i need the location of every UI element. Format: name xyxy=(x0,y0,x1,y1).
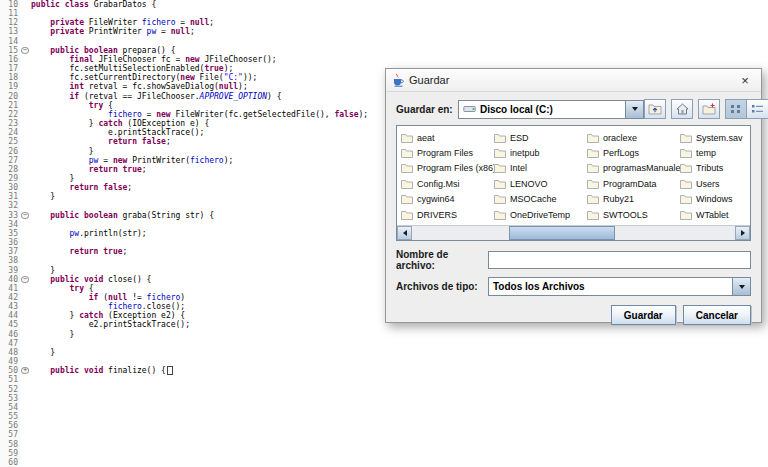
code-token: ); xyxy=(238,82,248,91)
cancel-button[interactable]: Cancelar xyxy=(683,305,751,325)
file-item[interactable]: Config.Msi xyxy=(401,176,494,191)
file-name-label: Nombre de archivo: xyxy=(396,249,488,271)
home-icon xyxy=(676,103,689,115)
file-item[interactable]: PerfLogs xyxy=(587,145,680,160)
look-in-combo[interactable]: Disco local (C:) xyxy=(458,100,644,119)
code-token: false xyxy=(142,137,166,146)
line-number: 20 xyxy=(0,92,20,101)
list-view-button[interactable] xyxy=(725,99,747,119)
code-token xyxy=(31,110,108,119)
code-token: return xyxy=(70,183,99,192)
file-item[interactable]: programasManuales xyxy=(587,161,680,176)
code-line-56[interactable]: 56 xyxy=(0,421,768,430)
file-item[interactable]: temp xyxy=(680,145,751,160)
code-line-50[interactable]: 50+ public void finalize() { xyxy=(0,366,768,375)
file-item[interactable]: Tributs xyxy=(680,161,751,176)
file-item[interactable]: OneDriveTemp xyxy=(494,207,587,222)
line-number: 28 xyxy=(0,165,20,174)
code-token: = xyxy=(142,110,156,119)
code-line-14[interactable]: 14 xyxy=(0,37,768,46)
file-item[interactable]: LENOVO xyxy=(494,176,587,191)
line-number: 22 xyxy=(0,110,20,119)
code-line-53[interactable]: 53 xyxy=(0,394,768,403)
file-item[interactable]: oraclexe xyxy=(587,130,680,145)
code-token xyxy=(31,46,50,55)
line-number: 36 xyxy=(0,238,20,247)
file-item[interactable]: aeat xyxy=(401,130,494,145)
close-button[interactable]: × xyxy=(735,71,755,89)
file-item[interactable]: inetpub xyxy=(494,145,587,160)
file-item[interactable]: Program Files (x86) xyxy=(401,161,494,176)
file-item[interactable]: Users xyxy=(680,176,751,191)
code-text: } xyxy=(31,192,55,201)
code-line-11[interactable]: 11 xyxy=(0,9,768,18)
save-button[interactable]: Guardar xyxy=(611,305,676,325)
fold-marker-icon[interactable]: − xyxy=(21,47,29,54)
code-line-48[interactable]: 48 } xyxy=(0,348,768,357)
file-type-dropdown-arrow-icon[interactable] xyxy=(732,278,750,295)
code-line-52[interactable]: 52 xyxy=(0,385,768,394)
dialog-titlebar[interactable]: Guardar × xyxy=(386,69,761,92)
code-line-49[interactable]: 49 xyxy=(0,357,768,366)
code-token: fichero xyxy=(147,293,181,302)
scrollbar-thumb[interactable] xyxy=(509,226,616,240)
file-item[interactable]: Intel xyxy=(494,161,587,176)
scroll-left-button[interactable] xyxy=(397,226,412,240)
scrollbar-track[interactable] xyxy=(412,226,735,240)
code-line-59[interactable]: 59 xyxy=(0,449,768,458)
code-token: public xyxy=(50,366,79,375)
code-token: .println(str); xyxy=(79,229,146,238)
look-in-value: Disco local (C:) xyxy=(480,104,553,115)
folder-icon xyxy=(680,194,692,204)
folder-icon xyxy=(587,148,599,158)
code-token: } xyxy=(31,348,55,357)
file-item[interactable]: WTablet xyxy=(680,207,751,222)
file-item[interactable]: DRIVERS xyxy=(401,207,494,222)
code-token: void xyxy=(84,275,103,284)
folder-icon xyxy=(680,133,692,143)
file-item[interactable]: Ruby21 xyxy=(587,192,680,207)
details-view-button[interactable] xyxy=(747,99,768,119)
code-text: return true; xyxy=(31,165,147,174)
file-column: System.savtempTributsUsersWindowsWTablet xyxy=(680,130,751,222)
code-line-54[interactable]: 54 xyxy=(0,403,768,412)
code-line-16[interactable]: 16 final JFileChooser fc = new JFileChoo… xyxy=(0,55,768,64)
new-folder-button[interactable] xyxy=(698,99,720,119)
code-line-60[interactable]: 60 xyxy=(0,458,768,467)
code-token: final xyxy=(70,55,94,64)
code-token: File( xyxy=(195,73,224,82)
scroll-right-button[interactable] xyxy=(735,226,750,240)
line-number: 40 xyxy=(0,275,20,284)
file-item[interactable]: cygwin64 xyxy=(401,192,494,207)
file-name-input[interactable] xyxy=(488,251,751,269)
fold-marker-icon[interactable]: − xyxy=(21,276,29,283)
code-token: boolean xyxy=(84,211,118,220)
code-line-51[interactable]: 51 xyxy=(0,375,768,384)
horizontal-scrollbar[interactable] xyxy=(397,225,750,240)
code-line-13[interactable]: 13 private PrintWriter pw = null; xyxy=(0,27,768,36)
file-item[interactable]: SWTOOLS xyxy=(587,207,680,222)
file-item[interactable]: ESD xyxy=(494,130,587,145)
file-item[interactable]: System.sav xyxy=(680,130,751,145)
code-text: } xyxy=(31,330,74,339)
fold-marker-icon[interactable]: − xyxy=(21,212,29,219)
code-line-15[interactable]: 15− public boolean prepara() { xyxy=(0,46,768,55)
code-token: try xyxy=(89,101,103,110)
code-line-47[interactable]: 47 xyxy=(0,339,768,348)
file-item-label: OneDriveTemp xyxy=(510,210,570,220)
up-folder-button[interactable] xyxy=(644,99,666,119)
look-in-dropdown-arrow-icon[interactable] xyxy=(625,101,643,118)
fold-marker-icon[interactable]: + xyxy=(21,367,29,374)
file-list[interactable]: aeatProgram FilesProgram Files (x86)Conf… xyxy=(396,125,751,241)
file-item[interactable]: Windows xyxy=(680,192,751,207)
file-item[interactable]: ProgramData xyxy=(587,176,680,191)
file-item[interactable]: MSOCache xyxy=(494,192,587,207)
folder-icon xyxy=(494,210,506,220)
file-item[interactable]: Program Files xyxy=(401,145,494,160)
code-line-55[interactable]: 55 xyxy=(0,412,768,421)
code-line-10[interactable]: 10public class GrabarDatos { xyxy=(0,0,768,9)
code-line-57[interactable]: 57 xyxy=(0,430,768,439)
file-type-combo[interactable]: Todos los Archivos xyxy=(488,277,751,296)
home-button[interactable] xyxy=(671,99,693,119)
code-line-58[interactable]: 58 xyxy=(0,440,768,449)
